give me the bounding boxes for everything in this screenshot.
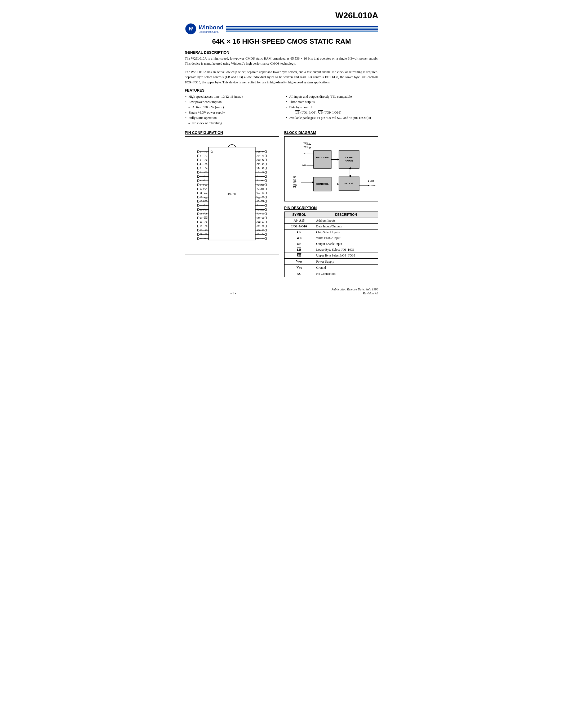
svg-text:A9: A9 — [256, 233, 259, 236]
svg-text:17: 17 — [199, 217, 202, 219]
table-row: VDD Power Supply — [284, 258, 378, 264]
symbol-cell: I/O1–I/O16 — [284, 223, 314, 229]
svg-text:44: 44 — [262, 150, 264, 153]
svg-text:28: 28 — [262, 217, 264, 219]
svg-text:32: 32 — [262, 200, 264, 203]
svg-text:I/O10: I/O10 — [256, 208, 262, 211]
svg-text:35: 35 — [262, 187, 264, 190]
features-title: FEATURES — [185, 88, 378, 92]
desc-cell: Power Supply — [314, 258, 378, 264]
general-description-title: GENERAL DESCRIPTION — [185, 50, 378, 55]
svg-text:20: 20 — [199, 229, 202, 232]
svg-text:A4: A4 — [204, 167, 207, 169]
logo-line-2 — [226, 28, 378, 29]
symbol-cell: A0–A15 — [284, 218, 314, 223]
svg-rect-104 — [265, 229, 266, 231]
feature-item: All inputs and outputs directly TTL comp… — [286, 94, 378, 99]
svg-text:I/O8: I/O8 — [203, 212, 207, 215]
pin-config-box: 44-PIN A0 1 A1 2 — [185, 136, 279, 254]
logo-bar: W Winbond Electronics Corp. — [185, 23, 378, 35]
svg-rect-80 — [197, 225, 199, 227]
svg-text:24: 24 — [262, 233, 264, 236]
svg-text:12: 12 — [199, 196, 202, 199]
svg-text:43: 43 — [262, 154, 264, 157]
svg-text:UB: UB — [293, 176, 296, 178]
svg-rect-48 — [197, 192, 199, 194]
svg-rect-76 — [197, 221, 199, 223]
svg-text:I/O7: I/O7 — [203, 208, 207, 211]
feature-subitem: Active: 530 mW (max.) — [185, 105, 277, 110]
svg-text:DATA I/O: DATA I/O — [344, 182, 355, 185]
svg-text:I/O13: I/O13 — [256, 187, 262, 190]
feature-subitem: No clock or refreshing — [185, 120, 277, 126]
svg-text:25: 25 — [262, 229, 264, 232]
svg-rect-60 — [197, 204, 199, 206]
svg-text:18: 18 — [199, 221, 202, 223]
svg-text:I/O1: I/O1 — [203, 175, 207, 178]
svg-rect-84 — [197, 229, 199, 231]
table-row: LB Lower Byte Select I/O1–I/O8 — [284, 247, 378, 253]
table-row: A0–A15 Address Inputs — [284, 218, 378, 223]
svg-text:I/O16: I/O16 — [370, 184, 375, 187]
svg-text:36: 36 — [262, 183, 264, 186]
col-header-symbol: SYMBOL — [284, 212, 314, 218]
svg-text:40: 40 — [262, 167, 264, 169]
svg-rect-152 — [265, 179, 266, 182]
svg-text:CORE: CORE — [345, 156, 353, 159]
svg-rect-52 — [197, 196, 199, 198]
svg-text:CONTROL: CONTROL — [316, 182, 329, 185]
svg-rect-40 — [197, 184, 199, 186]
svg-text:OE: OE — [293, 181, 297, 183]
svg-text:16: 16 — [199, 212, 202, 215]
svg-rect-128 — [265, 204, 266, 206]
table-row: WE Write Enable Input — [284, 235, 378, 241]
svg-text:A14: A14 — [256, 154, 260, 157]
svg-text:VSS: VSS — [256, 192, 260, 195]
svg-rect-88 — [197, 233, 199, 235]
svg-rect-144 — [265, 188, 266, 190]
svg-text:33: 33 — [262, 196, 264, 199]
svg-rect-148 — [265, 184, 266, 186]
svg-text:10: 10 — [199, 187, 202, 190]
svg-rect-180 — [265, 151, 266, 153]
svg-text:VDD: VDD — [256, 196, 260, 199]
svg-text:NC: NC — [256, 217, 259, 219]
svg-rect-108 — [265, 225, 266, 227]
svg-rect-8 — [197, 151, 199, 153]
svg-text:A15: A15 — [256, 150, 260, 153]
svg-rect-36 — [197, 179, 199, 182]
pin-config-title: PIN CONFIGURATION — [185, 131, 279, 135]
svg-text:WE: WE — [204, 217, 207, 219]
svg-rect-68 — [197, 213, 199, 215]
table-row: NC No Connection — [284, 271, 378, 277]
svg-text:VSS: VSS — [204, 196, 207, 199]
svg-text:23: 23 — [262, 237, 264, 240]
svg-text:I/O12: I/O12 — [256, 200, 262, 203]
svg-text:I/O5: I/O5 — [203, 200, 207, 203]
features-list-left: High speed access time: 10/12 nS (max.) … — [185, 94, 277, 126]
desc-cell: Output Enable Input — [314, 241, 378, 247]
svg-text:CS: CS — [293, 179, 297, 181]
desc-cell: Chip Select Inputs — [314, 229, 378, 235]
svg-rect-189 — [314, 151, 331, 168]
table-row: CS Chip Select Inputs — [284, 229, 378, 235]
feature-item: Three-state outputs — [286, 99, 378, 105]
svg-text:7: 7 — [199, 175, 201, 178]
footer-section: Publication Release Date: July 1998 Revi… — [282, 287, 378, 295]
svg-text:CS: CS — [204, 171, 207, 174]
svg-text:DECODER: DECODER — [316, 156, 329, 159]
svg-text:A6: A6 — [204, 225, 207, 227]
svg-text:39: 39 — [262, 171, 264, 174]
feature-item: Low power consumption: — [185, 99, 277, 105]
main-title: 64K × 16 HIGH-SPEED CMOS STATIC RAM — [185, 37, 378, 46]
block-pin-section: BLOCK DIAGRAM VDD VSS A0 A15 DECODER — [284, 131, 378, 277]
pin-description-title: PIN DESCRIPTION — [284, 206, 378, 210]
svg-text:OE: OE — [256, 163, 259, 165]
features-list-right: All inputs and outputs directly TTL comp… — [286, 94, 378, 120]
pin-description-table: SYMBOL DESCRIPTION A0–A15 Address Inputs… — [284, 212, 378, 277]
desc-cell: No Connection — [314, 271, 378, 277]
svg-rect-24 — [197, 167, 199, 169]
svg-rect-20 — [197, 163, 199, 165]
svg-text:I/O11: I/O11 — [256, 204, 262, 207]
svg-text:WE: WE — [293, 184, 297, 186]
